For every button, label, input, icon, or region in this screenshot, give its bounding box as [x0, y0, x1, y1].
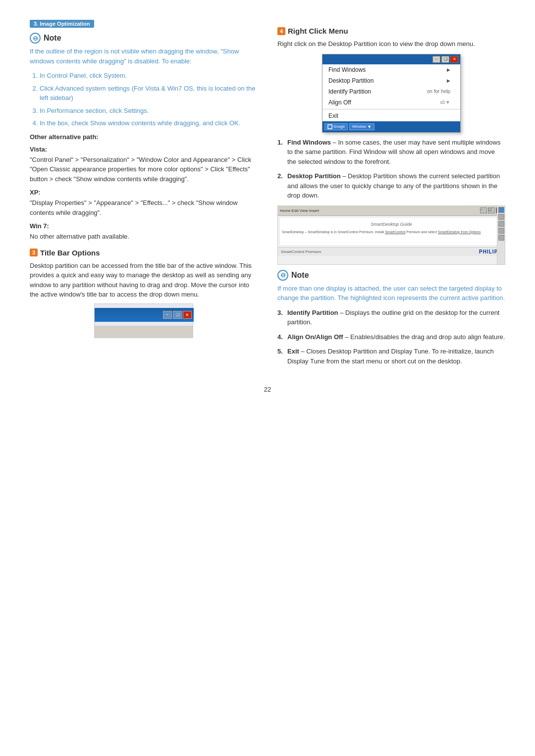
menu-separator: [322, 109, 460, 109]
sd-side-panel: [497, 206, 505, 264]
note-header: ⊖ Note: [30, 33, 258, 44]
note2-text: If more than one display is attached, th…: [277, 284, 505, 303]
vista-text: "Control Panel" > "Personalization" > "W…: [30, 155, 258, 184]
section3-badge: 3: [30, 249, 38, 256]
taskbar: Snagit Window ▼: [322, 121, 460, 132]
svg-rect-0: [328, 125, 332, 129]
note-intro-text: If the outline of the region is not visi…: [30, 47, 258, 66]
restore-btn[interactable]: [173, 311, 182, 319]
menu-exit[interactable]: Exit: [322, 110, 460, 121]
xp-heading: XP:: [30, 189, 258, 196]
step-4: In the box, check Show window contents w…: [40, 118, 258, 128]
section-badge: 3. Image Optimization: [30, 20, 258, 33]
section3-header: 3 Title Bar Options: [30, 249, 258, 257]
win7-text: No other alternative path available.: [30, 232, 258, 242]
page-number: 22: [30, 386, 505, 393]
note2-title: Note: [291, 271, 309, 280]
sd-btn-2[interactable]: ❑: [488, 207, 495, 213]
menu-find-windows[interactable]: Find Windows: [322, 64, 460, 75]
section4-header: 4 Right Click Menu: [277, 27, 505, 35]
note2-icon: ⊖: [277, 270, 288, 281]
section4-badge: 4: [277, 27, 285, 35]
note-icon: ⊖: [30, 33, 41, 44]
menu-desc-find-windows: 1. Find Windows – In some cases, the use…: [277, 138, 505, 167]
context-menu-wrapper: − ❑ ✕ Find Windows Desktop Partition Ide…: [277, 54, 505, 133]
section3-title: Title Bar Options: [40, 249, 100, 257]
note-title: Note: [44, 34, 61, 43]
vista-heading: Vista:: [30, 146, 258, 153]
step-3: In Performance section, click Settings.: [40, 106, 258, 116]
menu-desc-exit: 5. Exit – Closes Desktop Partition and D…: [277, 347, 505, 366]
smartdesktop-screenshot: Home Edit View Insert − ❑ ✕ SmartDesktop…: [277, 205, 505, 265]
menu-align-off[interactable]: Align Off ab▼: [322, 97, 460, 108]
sd-btn-1[interactable]: −: [480, 207, 487, 213]
sd-footer: SmartControl Premium PHILIPS: [278, 247, 505, 256]
side-tile-3: [498, 221, 504, 227]
section3-desc: Desktop partition can be accessed from t…: [30, 261, 258, 300]
step-1: In Control Panel, click System.: [40, 71, 258, 81]
side-tile-2: [498, 214, 504, 220]
minimize-btn[interactable]: [163, 311, 172, 319]
title-bar-screenshot: [94, 303, 193, 338]
sd-toolbar: Home Edit View Insert − ❑ ✕: [278, 206, 505, 216]
xp-text: "Display Properties" > "Appearance" > "E…: [30, 198, 258, 217]
steps-list: In Control Panel, click System. Click Ad…: [40, 71, 258, 128]
window-body: [95, 326, 193, 338]
menu-desc-align: 4. Align On/Align Off – Enables/disables…: [277, 332, 505, 342]
win-close-btn[interactable]: ✕: [450, 56, 458, 63]
win-restore-btn[interactable]: ❑: [441, 56, 449, 63]
sd-content: SmartDesktop Guide SmartDesktop – SmartD…: [280, 218, 503, 245]
close-btn[interactable]: [183, 311, 192, 319]
step-2: Click Advanced system settings (For Vist…: [40, 84, 258, 103]
window-title-bar: − ❑ ✕: [322, 54, 460, 64]
taskbar-window[interactable]: Window ▼: [349, 123, 374, 130]
menu-desc-desktop-partition: 2. Desktop Partition – Desktop Partition…: [277, 171, 505, 201]
win-minimize-btn[interactable]: −: [432, 56, 440, 63]
menu-desc-list-1: 1. Find Windows – In some cases, the use…: [277, 138, 505, 201]
context-menu-area: − ❑ ✕ Find Windows Desktop Partition Ide…: [322, 54, 461, 133]
section4-desc: Right click on the Desktop Partition ico…: [277, 39, 505, 49]
menu-desc-identify: 3. Identify Partition – Displays the out…: [277, 308, 505, 327]
section4-title: Right Click Menu: [288, 27, 348, 35]
side-tile-5: [498, 235, 504, 241]
context-menu-mock: − ❑ ✕ Find Windows Desktop Partition Ide…: [322, 54, 461, 133]
menu-desc-list-2: 3. Identify Partition – Displays the out…: [277, 308, 505, 366]
menu-identify-partition[interactable]: Identify Partition on for help: [322, 86, 460, 97]
taskbar-snagit[interactable]: Snagit: [324, 123, 348, 130]
note2-header: ⊖ Note: [277, 270, 505, 281]
title-bar-demo-container: [30, 303, 258, 338]
menu-desktop-partition[interactable]: Desktop Partition: [322, 75, 460, 86]
side-tile-4: [498, 228, 504, 234]
side-tile-1: [498, 207, 504, 213]
alt-path-heading: Other alternative path:: [30, 133, 258, 141]
win7-heading: Win 7:: [30, 222, 258, 230]
title-bar-buttons: [95, 308, 194, 322]
